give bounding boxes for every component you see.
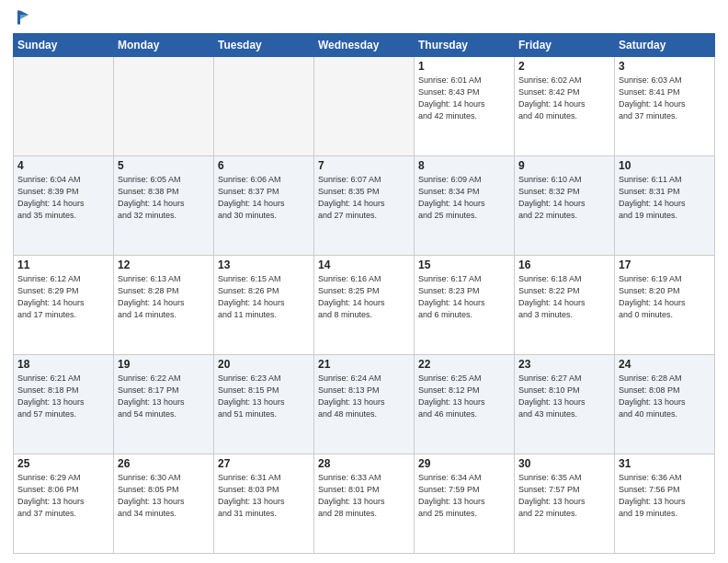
day-number: 18 bbox=[17, 358, 109, 371]
day-number: 4 bbox=[17, 159, 109, 172]
calendar-cell: 14Sunrise: 6:16 AM Sunset: 8:25 PM Dayli… bbox=[314, 256, 415, 355]
day-number: 2 bbox=[518, 60, 610, 73]
calendar-cell: 31Sunrise: 6:36 AM Sunset: 7:56 PM Dayli… bbox=[615, 454, 715, 554]
day-info: Sunrise: 6:22 AM Sunset: 8:17 PM Dayligh… bbox=[118, 373, 210, 420]
calendar-cell: 17Sunrise: 6:19 AM Sunset: 8:20 PM Dayli… bbox=[615, 256, 715, 355]
logo-flag-icon bbox=[15, 9, 31, 26]
day-info: Sunrise: 6:10 AM Sunset: 8:32 PM Dayligh… bbox=[518, 174, 610, 222]
day-number: 19 bbox=[118, 358, 210, 371]
day-number: 22 bbox=[418, 358, 510, 371]
calendar-cell: 4Sunrise: 6:04 AM Sunset: 8:39 PM Daylig… bbox=[14, 156, 114, 256]
day-info: Sunrise: 6:28 AM Sunset: 8:08 PM Dayligh… bbox=[619, 373, 711, 420]
day-number: 11 bbox=[17, 259, 109, 271]
day-info: Sunrise: 6:07 AM Sunset: 8:35 PM Dayligh… bbox=[318, 174, 410, 222]
day-info: Sunrise: 6:34 AM Sunset: 7:59 PM Dayligh… bbox=[418, 472, 510, 520]
day-info: Sunrise: 6:05 AM Sunset: 8:38 PM Dayligh… bbox=[118, 174, 210, 222]
svg-marker-1 bbox=[20, 15, 28, 19]
day-number: 20 bbox=[218, 358, 310, 371]
day-info: Sunrise: 6:23 AM Sunset: 8:15 PM Dayligh… bbox=[218, 373, 310, 420]
day-number: 7 bbox=[318, 159, 410, 172]
day-info: Sunrise: 6:30 AM Sunset: 8:05 PM Dayligh… bbox=[118, 472, 210, 520]
calendar-cell: 23Sunrise: 6:27 AM Sunset: 8:10 PM Dayli… bbox=[515, 355, 615, 454]
calendar-cell: 13Sunrise: 6:15 AM Sunset: 8:26 PM Dayli… bbox=[214, 256, 314, 355]
calendar-cell: 10Sunrise: 6:11 AM Sunset: 8:31 PM Dayli… bbox=[615, 156, 715, 256]
calendar-cell: 29Sunrise: 6:34 AM Sunset: 7:59 PM Dayli… bbox=[415, 454, 515, 554]
weekday-header-friday: Friday bbox=[515, 34, 615, 57]
calendar-cell: 27Sunrise: 6:31 AM Sunset: 8:03 PM Dayli… bbox=[214, 454, 314, 554]
day-info: Sunrise: 6:01 AM Sunset: 8:43 PM Dayligh… bbox=[418, 75, 510, 122]
day-info: Sunrise: 6:17 AM Sunset: 8:23 PM Dayligh… bbox=[418, 273, 510, 321]
weekday-header-sunday: Sunday bbox=[14, 34, 114, 57]
day-info: Sunrise: 6:35 AM Sunset: 7:57 PM Dayligh… bbox=[518, 472, 610, 520]
day-info: Sunrise: 6:25 AM Sunset: 8:12 PM Dayligh… bbox=[418, 373, 510, 420]
calendar-cell: 22Sunrise: 6:25 AM Sunset: 8:12 PM Dayli… bbox=[415, 355, 515, 454]
day-info: Sunrise: 6:18 AM Sunset: 8:22 PM Dayligh… bbox=[518, 273, 610, 321]
day-number: 3 bbox=[619, 60, 711, 73]
calendar-body: 1Sunrise: 6:01 AM Sunset: 8:43 PM Daylig… bbox=[14, 57, 715, 554]
day-info: Sunrise: 6:33 AM Sunset: 8:01 PM Dayligh… bbox=[318, 472, 410, 520]
day-number: 14 bbox=[318, 259, 410, 271]
day-info: Sunrise: 6:02 AM Sunset: 8:42 PM Dayligh… bbox=[518, 75, 610, 122]
calendar-cell: 9Sunrise: 6:10 AM Sunset: 8:32 PM Daylig… bbox=[515, 156, 615, 256]
calendar-cell bbox=[314, 57, 415, 156]
calendar-cell bbox=[114, 57, 214, 156]
day-number: 13 bbox=[218, 259, 310, 271]
day-info: Sunrise: 6:36 AM Sunset: 7:56 PM Dayligh… bbox=[619, 472, 711, 520]
day-info: Sunrise: 6:27 AM Sunset: 8:10 PM Dayligh… bbox=[518, 373, 610, 420]
day-info: Sunrise: 6:16 AM Sunset: 8:25 PM Dayligh… bbox=[318, 273, 410, 321]
calendar-cell: 5Sunrise: 6:05 AM Sunset: 8:38 PM Daylig… bbox=[114, 156, 214, 256]
day-number: 25 bbox=[17, 457, 109, 470]
day-number: 16 bbox=[518, 259, 610, 271]
day-number: 9 bbox=[518, 159, 610, 172]
weekday-header-tuesday: Tuesday bbox=[214, 34, 314, 57]
day-info: Sunrise: 6:13 AM Sunset: 8:28 PM Dayligh… bbox=[118, 273, 210, 321]
day-info: Sunrise: 6:31 AM Sunset: 8:03 PM Dayligh… bbox=[218, 472, 310, 520]
day-number: 6 bbox=[218, 159, 310, 172]
day-number: 1 bbox=[418, 60, 510, 73]
day-info: Sunrise: 6:12 AM Sunset: 8:29 PM Dayligh… bbox=[17, 273, 109, 321]
day-number: 17 bbox=[619, 259, 711, 271]
calendar-cell: 30Sunrise: 6:35 AM Sunset: 7:57 PM Dayli… bbox=[515, 454, 615, 554]
day-info: Sunrise: 6:09 AM Sunset: 8:34 PM Dayligh… bbox=[418, 174, 510, 222]
calendar-cell: 3Sunrise: 6:03 AM Sunset: 8:41 PM Daylig… bbox=[615, 57, 715, 156]
calendar-cell: 16Sunrise: 6:18 AM Sunset: 8:22 PM Dayli… bbox=[515, 256, 615, 355]
week-row-5: 25Sunrise: 6:29 AM Sunset: 8:06 PM Dayli… bbox=[14, 454, 715, 554]
day-info: Sunrise: 6:19 AM Sunset: 8:20 PM Dayligh… bbox=[619, 273, 711, 321]
calendar-cell: 12Sunrise: 6:13 AM Sunset: 8:28 PM Dayli… bbox=[114, 256, 214, 355]
day-number: 26 bbox=[118, 457, 210, 470]
day-number: 21 bbox=[318, 358, 410, 371]
day-number: 12 bbox=[118, 259, 210, 271]
calendar-cell: 26Sunrise: 6:30 AM Sunset: 8:05 PM Dayli… bbox=[114, 454, 214, 554]
calendar-cell: 24Sunrise: 6:28 AM Sunset: 8:08 PM Dayli… bbox=[615, 355, 715, 454]
calendar-cell: 8Sunrise: 6:09 AM Sunset: 8:34 PM Daylig… bbox=[415, 156, 515, 256]
weekday-header-monday: Monday bbox=[114, 34, 214, 57]
day-number: 10 bbox=[619, 159, 711, 172]
calendar-cell: 1Sunrise: 6:01 AM Sunset: 8:43 PM Daylig… bbox=[415, 57, 515, 156]
calendar-cell bbox=[214, 57, 314, 156]
day-number: 23 bbox=[518, 358, 610, 371]
page: SundayMondayTuesdayWednesdayThursdayFrid… bbox=[0, 0, 728, 563]
day-info: Sunrise: 6:04 AM Sunset: 8:39 PM Dayligh… bbox=[17, 174, 109, 222]
weekday-header-wednesday: Wednesday bbox=[314, 34, 415, 57]
day-info: Sunrise: 6:21 AM Sunset: 8:18 PM Dayligh… bbox=[17, 373, 109, 420]
day-number: 28 bbox=[318, 457, 410, 470]
week-row-1: 1Sunrise: 6:01 AM Sunset: 8:43 PM Daylig… bbox=[14, 57, 715, 156]
calendar-cell: 15Sunrise: 6:17 AM Sunset: 8:23 PM Dayli… bbox=[415, 256, 515, 355]
day-number: 5 bbox=[118, 159, 210, 172]
calendar-cell bbox=[14, 57, 114, 156]
calendar-cell: 2Sunrise: 6:02 AM Sunset: 8:42 PM Daylig… bbox=[515, 57, 615, 156]
calendar-cell: 25Sunrise: 6:29 AM Sunset: 8:06 PM Dayli… bbox=[14, 454, 114, 554]
calendar-table: SundayMondayTuesdayWednesdayThursdayFrid… bbox=[13, 33, 715, 554]
day-number: 30 bbox=[518, 457, 610, 470]
weekday-header-saturday: Saturday bbox=[615, 34, 715, 57]
calendar-cell: 7Sunrise: 6:07 AM Sunset: 8:35 PM Daylig… bbox=[314, 156, 415, 256]
calendar-cell: 21Sunrise: 6:24 AM Sunset: 8:13 PM Dayli… bbox=[314, 355, 415, 454]
calendar-cell: 6Sunrise: 6:06 AM Sunset: 8:37 PM Daylig… bbox=[214, 156, 314, 256]
calendar-cell: 11Sunrise: 6:12 AM Sunset: 8:29 PM Dayli… bbox=[14, 256, 114, 355]
week-row-4: 18Sunrise: 6:21 AM Sunset: 8:18 PM Dayli… bbox=[14, 355, 715, 454]
day-info: Sunrise: 6:06 AM Sunset: 8:37 PM Dayligh… bbox=[218, 174, 310, 222]
logo bbox=[13, 9, 31, 26]
day-number: 15 bbox=[418, 259, 510, 271]
week-row-3: 11Sunrise: 6:12 AM Sunset: 8:29 PM Dayli… bbox=[14, 256, 715, 355]
day-info: Sunrise: 6:11 AM Sunset: 8:31 PM Dayligh… bbox=[619, 174, 711, 222]
